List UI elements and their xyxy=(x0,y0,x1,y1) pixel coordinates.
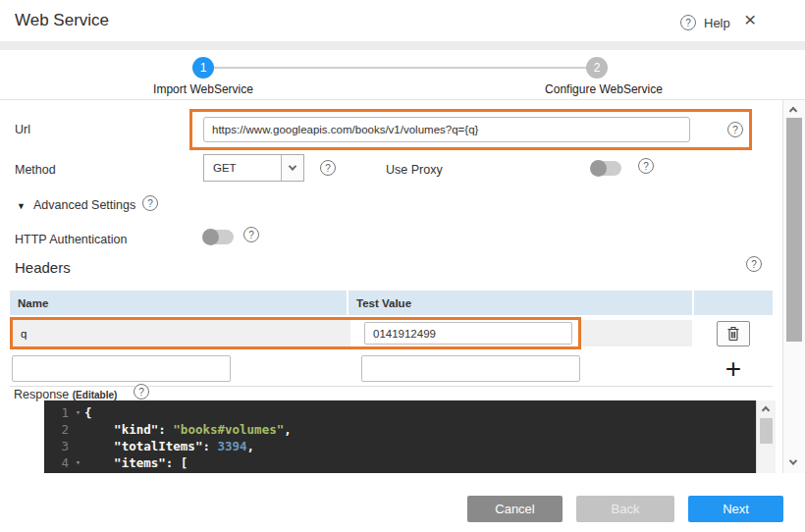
code-token: : [ xyxy=(166,455,188,470)
code-token: , xyxy=(247,439,255,453)
code-token: "kind" xyxy=(84,422,158,437)
header-name-cell[interactable]: q xyxy=(13,320,350,346)
header-row-highlight-box: q xyxy=(10,317,581,349)
delete-row-button[interactable] xyxy=(717,321,750,346)
add-row-button[interactable]: + xyxy=(694,351,773,387)
response-code-editor[interactable]: 1 ▾ { 2 "kind": "books#volumes", 3 "tota… xyxy=(44,400,776,473)
dialog-scrollbar[interactable] xyxy=(782,100,805,473)
method-label: Method xyxy=(15,163,56,177)
next-button[interactable]: Next xyxy=(688,496,783,522)
code-line: 1 ▾ { xyxy=(44,404,756,421)
code-line: 4 ▾ "items": [ xyxy=(44,454,756,471)
header-test-value-input[interactable] xyxy=(364,322,572,345)
url-input[interactable] xyxy=(203,117,690,142)
response-editable-badge: (Editable) xyxy=(73,390,118,400)
advanced-settings-label[interactable]: Advanced Settings xyxy=(33,198,135,212)
dialog-scrollbar-thumb[interactable] xyxy=(786,118,802,342)
chevron-down-icon[interactable] xyxy=(281,155,303,181)
code-token: "books#volumes" xyxy=(173,422,284,437)
response-help-icon[interactable]: ? xyxy=(134,384,149,399)
headers-table-head: Name Test Value xyxy=(10,291,773,315)
scroll-up-icon[interactable] xyxy=(762,406,770,414)
code-token: { xyxy=(84,405,92,420)
url-help-icon[interactable]: ? xyxy=(727,122,743,137)
web-service-dialog: Web Service ? Help × 1 Import WebService… xyxy=(0,0,805,532)
line-number: 1 xyxy=(44,404,72,421)
code-line: 2 "kind": "books#volumes", xyxy=(44,421,756,438)
help-icon[interactable]: ? xyxy=(680,15,696,30)
code-area[interactable]: 1 ▾ { 2 "kind": "books#volumes", 3 "tota… xyxy=(44,400,756,473)
http-auth-toggle[interactable] xyxy=(203,230,234,244)
table-row: q xyxy=(10,317,773,349)
row-actions-cell xyxy=(694,320,773,346)
headers-table: Name Test Value q xyxy=(10,291,773,388)
use-proxy-label: Use Proxy xyxy=(386,163,443,177)
scroll-down-icon[interactable] xyxy=(789,456,797,464)
code-token: : xyxy=(158,422,173,437)
response-label-text: Response xyxy=(14,388,69,401)
dialog-title: Web Service xyxy=(15,11,109,30)
line-number: 4 xyxy=(44,454,72,471)
step-2-circle[interactable]: 2 xyxy=(586,57,608,79)
toggle-knob xyxy=(590,160,607,177)
step-2-label: Configure WebService xyxy=(520,82,687,96)
code-token: "items" xyxy=(84,455,166,470)
url-label: Url xyxy=(15,123,30,136)
column-header-name: Name xyxy=(10,291,347,315)
headers-section-title: Headers xyxy=(15,259,71,276)
title-divider-strip xyxy=(0,41,805,50)
editor-scrollbar[interactable] xyxy=(756,400,776,473)
stepper-connector xyxy=(214,67,587,69)
new-header-name-input[interactable] xyxy=(12,355,231,382)
title-bar: Web Service ? Help × xyxy=(0,0,805,41)
method-selected-value: GET xyxy=(204,162,281,174)
close-icon[interactable]: × xyxy=(744,8,756,31)
collapse-triangle-icon[interactable]: ▼ xyxy=(17,201,26,211)
response-label: Response (Editable) xyxy=(14,388,117,401)
step-1-label: Import WebService xyxy=(120,82,287,96)
code-line: 3 "totalItems": 3394, xyxy=(44,438,756,454)
fold-spacer xyxy=(72,438,84,454)
code-token: , xyxy=(284,422,292,437)
scroll-up-icon[interactable] xyxy=(789,107,797,115)
fold-spacer xyxy=(72,421,84,438)
cancel-button[interactable]: Cancel xyxy=(467,496,563,522)
method-select[interactable]: GET xyxy=(203,154,304,182)
use-proxy-help-icon[interactable]: ? xyxy=(638,158,654,174)
table-row-new: + xyxy=(10,351,773,387)
http-auth-label: HTTP Authentication xyxy=(15,233,127,246)
trash-icon xyxy=(726,326,740,342)
url-highlight-box: ? xyxy=(189,109,752,150)
line-number: 2 xyxy=(44,421,72,438)
back-button[interactable]: Back xyxy=(576,496,674,522)
column-header-test-value: Test Value xyxy=(349,291,692,315)
stepper: 1 Import WebService 2 Configure WebServi… xyxy=(0,50,805,100)
headers-help-icon[interactable]: ? xyxy=(746,256,762,272)
fold-arrow-icon[interactable]: ▾ xyxy=(72,454,84,471)
column-header-actions xyxy=(694,291,773,315)
method-help-icon[interactable]: ? xyxy=(320,160,336,176)
code-token: : xyxy=(202,439,217,453)
http-auth-help-icon[interactable]: ? xyxy=(243,227,259,242)
new-header-test-value-input[interactable] xyxy=(361,355,580,382)
header-value-cell xyxy=(350,320,578,346)
toggle-knob xyxy=(202,229,219,245)
advanced-settings-help-icon[interactable]: ? xyxy=(142,195,158,211)
editor-scrollbar-thumb[interactable] xyxy=(760,418,773,444)
code-token: 3394 xyxy=(217,439,246,453)
step-1-circle[interactable]: 1 xyxy=(192,57,214,79)
line-number: 3 xyxy=(44,438,72,454)
help-link[interactable]: Help xyxy=(704,16,730,30)
fold-arrow-icon[interactable]: ▾ xyxy=(72,404,84,421)
code-token: "totalItems" xyxy=(84,439,202,453)
use-proxy-toggle[interactable] xyxy=(591,161,621,176)
dialog-content: Url ? Method GET ? Use Proxy ? ▼ Advance… xyxy=(0,100,782,473)
